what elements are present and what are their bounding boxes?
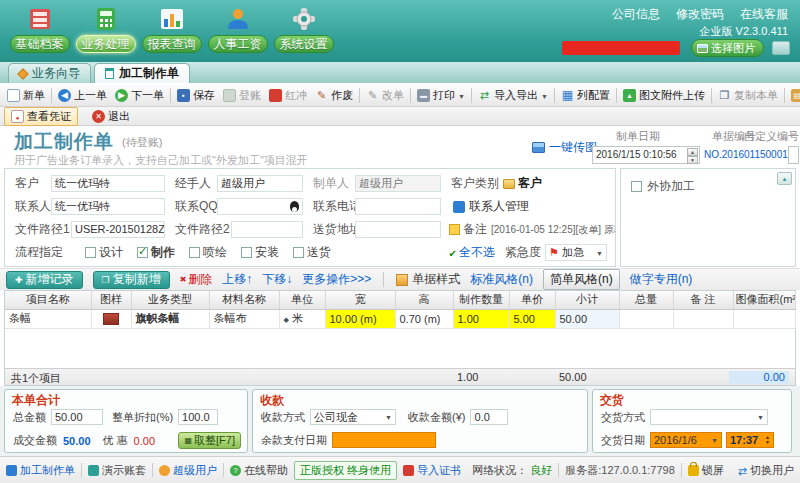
toolbar-redflush-button[interactable]: 红冲 (265, 85, 311, 106)
more-actions-button[interactable]: 更多操作>>> (302, 271, 371, 288)
add-record-button[interactable]: ✚新增记录 (6, 271, 83, 289)
delete-row-button[interactable]: 删除 (180, 271, 213, 288)
receipt-amount-field[interactable]: 0.0 (470, 409, 508, 425)
time-spinner[interactable]: ▲▼ (765, 435, 770, 445)
collapse-panel-button[interactable]: ▲ (777, 172, 792, 185)
urgency-select[interactable]: 加急 (545, 244, 607, 261)
col-unit[interactable]: 单位 (279, 291, 325, 309)
cell-width[interactable]: 10.00 (m) (325, 309, 395, 328)
toolbar-void-button[interactable]: 作废 (311, 85, 357, 106)
nav-hr-payroll[interactable]: 人事工资 (206, 2, 269, 53)
remark-value[interactable]: [2016-01-05 12:25][改单] 原稿要... (491, 223, 615, 237)
select-none-link[interactable]: 全不选 (449, 244, 495, 261)
payment-method-select[interactable]: 公司现金 (310, 409, 396, 425)
toolbar-print-button[interactable]: 打印 (413, 85, 469, 106)
custom-no-field[interactable] (788, 146, 799, 164)
quick-upload-link[interactable]: 一键传图 (532, 139, 597, 156)
move-up-button[interactable]: 上移↑ (222, 271, 252, 288)
cell-price[interactable]: 5.00 (509, 309, 555, 328)
company-info-link[interactable]: 公司信息 (612, 6, 660, 23)
style-simple-button[interactable]: 简单风格(n) (543, 269, 620, 290)
toolbar-prev-button[interactable]: 上一单 (54, 85, 111, 106)
handler-field[interactable]: 超级用户 (217, 175, 303, 192)
discount-pct-field[interactable]: 100.0 (178, 409, 218, 425)
exit-button[interactable]: 退出 (86, 108, 136, 125)
cell-total[interactable] (619, 309, 673, 328)
outsourcing-option[interactable]: 外协加工 (621, 169, 795, 195)
online-service-link[interactable]: 在线客服 (740, 6, 788, 23)
spin-down-icon[interactable]: ▼ (765, 440, 770, 445)
style-standard-link[interactable]: 标准风格(n) (470, 271, 533, 288)
col-pattern[interactable]: 图样 (91, 291, 131, 309)
cell-pattern[interactable] (91, 309, 131, 328)
category-value[interactable]: 客户 (518, 175, 542, 192)
cell-type[interactable]: 旗帜条幅 (131, 309, 209, 328)
checkbox-install[interactable] (241, 247, 252, 258)
contact-field[interactable]: 统一优玛特 (51, 198, 165, 215)
cell-name[interactable]: 条幅 (5, 309, 91, 328)
status-user[interactable]: 超级用户 (159, 463, 217, 478)
address-field[interactable] (355, 221, 441, 238)
style-text-link[interactable]: 做字专用(n) (630, 271, 693, 288)
status-account[interactable]: 演示账套 (88, 463, 146, 478)
cell-unit[interactable]: 米 (279, 309, 325, 328)
discount-value[interactable]: 0.00 (134, 435, 155, 447)
process-design[interactable]: 设计 (85, 244, 123, 261)
process-delivery[interactable]: 送货 (293, 244, 331, 261)
col-remark[interactable]: 备 注 (673, 291, 733, 309)
status-current-doc[interactable]: 加工制作单 (6, 463, 75, 478)
col-width[interactable]: 宽 (325, 291, 395, 309)
balance-date-field[interactable] (332, 432, 436, 448)
toolbar-save-button[interactable]: 保存 (173, 85, 219, 106)
round-button[interactable]: ▦取整[F7] (178, 432, 241, 449)
header-corner-button[interactable] (772, 41, 790, 55)
process-production[interactable]: 制作 (137, 244, 175, 261)
nav-system-settings[interactable]: 系统设置 (272, 2, 335, 53)
path2-field[interactable] (231, 221, 303, 238)
col-material[interactable]: 材料名称 (209, 291, 279, 309)
checkbox-production[interactable] (137, 247, 148, 258)
cell-material[interactable]: 条幅布 (209, 309, 279, 328)
checkbox-outsourcing[interactable] (631, 181, 642, 192)
col-total[interactable]: 总量 (619, 291, 673, 309)
phone-field[interactable] (355, 198, 441, 215)
col-height[interactable]: 高 (395, 291, 453, 309)
toolbar-post-button[interactable]: 登账 (219, 85, 265, 106)
spin-up-icon[interactable]: ▲ (687, 148, 698, 156)
select-image-button[interactable]: 选择图片 (691, 39, 764, 57)
contact-mgmt-link[interactable]: 联系人管理 (469, 198, 529, 215)
customer-field[interactable]: 统一优玛特 (51, 175, 165, 192)
toolbar-attachment-upload-button[interactable]: 图文附件上传 (619, 85, 709, 106)
delivery-method-select[interactable] (650, 409, 768, 425)
status-help[interactable]: 在线帮助 (230, 463, 288, 478)
date-spinner[interactable]: ▲▼ (687, 148, 698, 162)
tab-business-wizard[interactable]: 业务向导 (8, 63, 91, 83)
checkbox-spray[interactable] (189, 247, 200, 258)
toolbar-next-button[interactable]: 下一单 (111, 85, 168, 106)
process-install[interactable]: 安装 (241, 244, 279, 261)
tab-processing-order[interactable]: 加工制作单 (94, 63, 190, 83)
change-password-link[interactable]: 修改密码 (676, 6, 724, 23)
pattern-thumbnail[interactable] (103, 313, 119, 325)
lock-screen-button[interactable]: 锁屏 (688, 463, 724, 478)
nav-report-query[interactable]: 报表查询 (140, 2, 203, 53)
toolbar-copy-doc-button[interactable]: 复制本单 (714, 85, 782, 106)
nav-business-processing[interactable]: 业务处理 (74, 2, 137, 53)
toolbar-import-export-button[interactable]: 导入导出 (474, 85, 552, 106)
toolbar-new-button[interactable]: 新单 (3, 85, 49, 106)
col-qty[interactable]: 制作数量 (453, 291, 509, 309)
switch-user-button[interactable]: 切换用户 (738, 463, 794, 478)
import-cert-button[interactable]: 导入证书 (403, 463, 461, 478)
cell-subtotal[interactable]: 50.00 (555, 309, 619, 328)
toolbar-column-config-button[interactable]: 列配置 (557, 85, 614, 106)
checkbox-design[interactable] (85, 247, 96, 258)
delivery-date-select[interactable]: 2016/1/6 (650, 432, 722, 448)
col-name[interactable]: 项目名称 (5, 291, 91, 309)
col-price[interactable]: 单价 (509, 291, 555, 309)
toolbar-modify-button[interactable]: 改单 (362, 85, 408, 106)
col-type[interactable]: 业务类型 (131, 291, 209, 309)
checkbox-delivery[interactable] (293, 247, 304, 258)
delivery-time-field[interactable]: 17:37▲▼ (726, 432, 774, 448)
cell-qty[interactable]: 1.00 (453, 309, 509, 328)
process-spray[interactable]: 喷绘 (189, 244, 227, 261)
